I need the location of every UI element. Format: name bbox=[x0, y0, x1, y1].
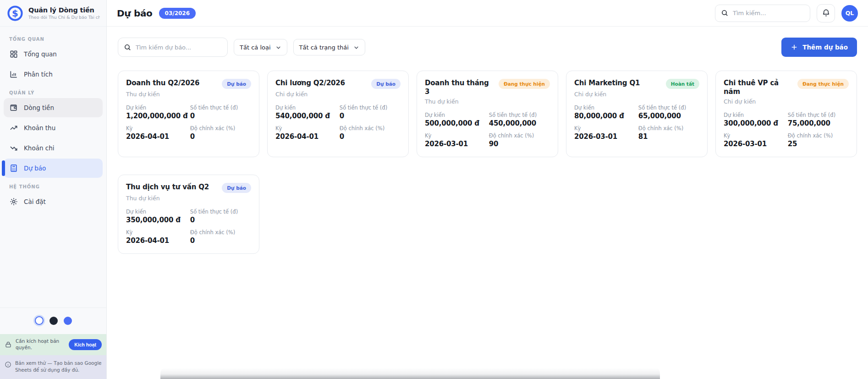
sidebar-item-label: Tổng quan bbox=[24, 50, 57, 58]
sidebar-item-label: Cài đặt bbox=[24, 198, 46, 205]
bar-chart-icon bbox=[9, 70, 18, 79]
accuracy-label: Độ chính xác (%) bbox=[489, 132, 550, 139]
forecast-card[interactable]: Thu dịch vụ tư vấn Q2 Dự báo Thu dự kiến… bbox=[118, 175, 259, 254]
period-value: 2026-03-01 bbox=[724, 140, 788, 148]
period-value: 2026-03-01 bbox=[425, 140, 489, 148]
plus-icon bbox=[791, 44, 798, 51]
notifications-button[interactable] bbox=[817, 4, 835, 22]
nav-section-label: Tổng quan bbox=[9, 37, 104, 42]
forecast-card[interactable]: Chi lương Q2/2026 Dự báo Chi dự kiến Dự … bbox=[267, 71, 409, 157]
global-search[interactable] bbox=[715, 5, 810, 22]
add-forecast-button[interactable]: Thêm dự báo bbox=[781, 38, 857, 57]
actual-value: 450,000,000 bbox=[489, 119, 550, 127]
expected-label: Dự kiến bbox=[724, 112, 788, 118]
svg-text:$: $ bbox=[12, 8, 18, 18]
lock-icon bbox=[5, 341, 12, 348]
calculator-icon bbox=[9, 164, 18, 173]
period-value: 2026-04-01 bbox=[126, 132, 190, 141]
chevron-down-icon bbox=[275, 44, 281, 50]
user-avatar[interactable]: QL bbox=[841, 5, 858, 22]
sidebar-item-dong-tien[interactable]: Dòng tiền bbox=[4, 98, 103, 117]
nav-section-label: Hệ thống bbox=[9, 184, 104, 189]
search-icon bbox=[124, 44, 132, 51]
forecast-search-input[interactable] bbox=[136, 44, 222, 51]
expected-label: Dự kiến bbox=[126, 209, 190, 215]
chevron-down-icon bbox=[353, 44, 359, 50]
card-title: Chi Marketing Q1 bbox=[574, 79, 640, 88]
expected-label: Dự kiến bbox=[275, 104, 340, 111]
sidebar-footer: Cần kích hoạt bản quyền. Kích hoạt Bản x… bbox=[0, 308, 106, 379]
actual-value: 0 bbox=[340, 112, 401, 120]
global-search-input[interactable] bbox=[733, 10, 804, 16]
type-filter-select[interactable]: Tất cả loại bbox=[234, 39, 287, 55]
forecast-card[interactable]: Chi thuê VP cả năm Đang thực hiện Chi dự… bbox=[715, 71, 857, 157]
sidebar-item-cai-đat[interactable]: Cài đặt bbox=[4, 192, 103, 211]
status-badge: Đang thực hiện bbox=[499, 79, 550, 89]
card-title: Chi lương Q2/2026 bbox=[275, 79, 345, 88]
period-label: Kỳ bbox=[126, 125, 190, 132]
grid-icon bbox=[9, 49, 18, 59]
theme-dot-light[interactable] bbox=[35, 316, 44, 325]
search-icon bbox=[721, 9, 729, 17]
theme-dot-dark[interactable] bbox=[49, 317, 58, 325]
sidebar-item-label: Dòng tiền bbox=[24, 104, 54, 111]
forecast-search[interactable] bbox=[118, 38, 228, 57]
period-label: Kỳ bbox=[275, 125, 340, 132]
card-title: Chi thuê VP cả năm bbox=[724, 79, 794, 96]
card-subtitle: Thu dự kiến bbox=[425, 98, 550, 105]
period-label: Kỳ bbox=[574, 125, 638, 132]
sidebar-item-label: Phân tích bbox=[24, 71, 53, 78]
sidebar-item-khoan-thu[interactable]: Khoản thu bbox=[4, 118, 103, 137]
actual-label: Số tiền thực tế (đ) bbox=[190, 209, 251, 215]
expected-value: 1,200,000,000 đ bbox=[126, 112, 190, 120]
period-label: Kỳ bbox=[126, 229, 190, 236]
forecast-card-grid: Doanh thu Q2/2026 Dự báo Thu dự kiến Dự … bbox=[107, 57, 868, 254]
forecast-card[interactable]: Doanh thu Q2/2026 Dự báo Thu dự kiến Dự … bbox=[118, 71, 259, 157]
period-value: 2026-04-01 bbox=[126, 236, 190, 245]
sidebar-item-khoan-chi[interactable]: Khoản chi bbox=[4, 138, 103, 158]
bell-icon bbox=[822, 9, 830, 17]
license-banner: Cần kích hoạt bản quyền. Kích hoạt bbox=[0, 334, 106, 355]
expected-value: 540,000,000 đ bbox=[275, 112, 340, 120]
accuracy-value: 25 bbox=[788, 140, 849, 148]
status-filter-select[interactable]: Tất cả trạng thái bbox=[293, 39, 365, 55]
accuracy-value: 0 bbox=[190, 132, 251, 141]
sidebar-item-du-bao[interactable]: Dự báo bbox=[4, 159, 103, 178]
trend-up-icon bbox=[9, 123, 18, 132]
sidebar-item-tong-quan[interactable]: Tổng quan bbox=[4, 44, 103, 64]
add-forecast-label: Thêm dự báo bbox=[802, 44, 848, 51]
status-badge: Hoàn tất bbox=[666, 79, 699, 89]
sidebar-item-phan-tich[interactable]: Phân tích bbox=[4, 65, 103, 84]
forecast-card[interactable]: Chi Marketing Q1 Hoàn tất Chi dự kiến Dự… bbox=[566, 71, 708, 157]
actual-value: 75,000,000 bbox=[788, 119, 849, 127]
bottom-taskbar-edge bbox=[160, 368, 660, 379]
activate-button[interactable]: Kích hoạt bbox=[69, 339, 102, 350]
main-area: Dự báo 03/2026 QL Tấ bbox=[107, 0, 868, 379]
card-title: Doanh thu Q2/2026 bbox=[126, 79, 199, 88]
sidebar-nav: Tổng quanTổng quanPhân tíchQuản lýDòng t… bbox=[0, 27, 106, 308]
sidebar: $ Quản lý Dòng tiền Theo dõi Thu Chi & D… bbox=[0, 0, 107, 379]
period-value: 2026-04-01 bbox=[275, 132, 340, 141]
card-subtitle: Chi dự kiến bbox=[275, 91, 401, 98]
sidebar-item-label: Dự báo bbox=[24, 165, 46, 172]
actual-label: Số tiền thực tế (đ) bbox=[190, 104, 251, 111]
page-title: Dự báo bbox=[117, 8, 153, 19]
period-badge: 03/2026 bbox=[159, 8, 196, 19]
card-title: Thu dịch vụ tư vấn Q2 bbox=[126, 183, 209, 192]
accuracy-label: Độ chính xác (%) bbox=[190, 229, 251, 236]
actual-label: Số tiền thực tế (đ) bbox=[638, 104, 699, 111]
info-icon bbox=[5, 361, 11, 368]
trial-text: Bản xem thử — Tạo bản sao Google Sheets … bbox=[15, 360, 102, 374]
forecast-card[interactable]: Doanh thu tháng 3 Đang thực hiện Thu dự … bbox=[417, 71, 558, 157]
sidebar-item-label: Khoản chi bbox=[24, 144, 55, 152]
trial-banner: Bản xem thử — Tạo bản sao Google Sheets … bbox=[0, 355, 106, 379]
top-bar: Dự báo 03/2026 QL bbox=[107, 0, 868, 27]
expected-label: Dự kiến bbox=[425, 112, 489, 118]
expected-value: 500,000,000 đ bbox=[425, 119, 489, 127]
status-badge: Dự báo bbox=[371, 79, 401, 89]
accuracy-value: 90 bbox=[489, 140, 550, 148]
card-subtitle: Chi dự kiến bbox=[724, 98, 849, 105]
gear-icon bbox=[9, 197, 18, 206]
theme-dot-blue[interactable] bbox=[64, 317, 72, 325]
nav-section-label: Quản lý bbox=[9, 90, 104, 95]
